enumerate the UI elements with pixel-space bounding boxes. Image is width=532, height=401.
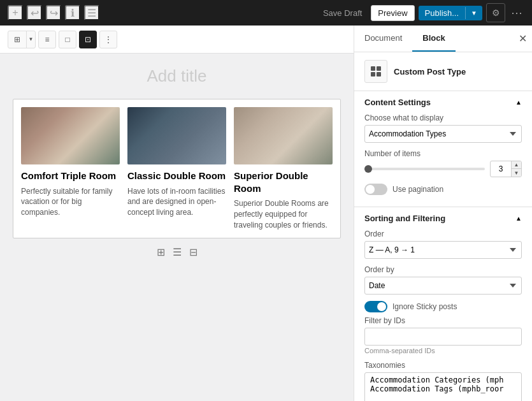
editor-content: Add title Comfort Triple Room Perfectly … <box>0 54 354 401</box>
use-pagination-thumb <box>366 185 375 194</box>
use-pagination-label: Use pagination <box>392 185 443 194</box>
editor-area: ⊞ ▼ ≡ □ ⊡ ⋮ Add title Comfort Triple Roo… <box>0 26 354 401</box>
list-view-icon[interactable]: ☰ <box>173 246 182 258</box>
list-view-button[interactable]: ☰ <box>84 5 99 20</box>
tab-document[interactable]: Document <box>354 26 412 52</box>
use-pagination-toggle[interactable] <box>364 184 387 195</box>
main-area: ⊞ ▼ ≡ □ ⊡ ⋮ Add title Comfort Triple Roo… <box>0 26 532 401</box>
sidebar-tabs: Document Block ✕ <box>354 26 532 52</box>
info-button[interactable]: ℹ <box>65 5 80 20</box>
save-draft-button[interactable]: Save Draft <box>318 6 367 20</box>
ignore-sticky-label: Ignore Sticky posts <box>392 302 457 311</box>
filter-by-ids-label: Filter by IDs <box>364 316 522 325</box>
align-left-button[interactable]: ≡ <box>38 31 56 48</box>
order-label: Order <box>364 230 522 238</box>
publish-button-group: Publish... ▼ <box>419 6 482 20</box>
taxonomies-row: Taxonomies <box>364 361 522 401</box>
taxonomies-textarea[interactable] <box>364 372 522 401</box>
number-decrement-button[interactable]: ▼ <box>511 169 521 177</box>
block-type-header: Custom Post Type <box>354 52 532 91</box>
content-settings-title: Content Settings <box>364 98 431 107</box>
more-block-options[interactable]: ⋮ <box>99 31 117 48</box>
filter-by-ids-row: Filter by IDs Comma-separated IDs <box>364 316 522 354</box>
svg-rect-0 <box>371 66 375 71</box>
grid-2col-icon[interactable]: ⊞ <box>157 246 165 258</box>
card-1-image <box>21 107 120 164</box>
settings-button[interactable]: ⚙ <box>486 3 505 22</box>
more-options-button[interactable]: ⋯ <box>509 5 524 20</box>
sorting-section-header[interactable]: Sorting and Filtering ▲ <box>354 207 532 230</box>
sidebar: Document Block ✕ Custom Post Type Conten… <box>354 26 532 401</box>
card-2-description: Have lots of in-room facilities and are … <box>127 186 226 218</box>
number-of-items-label: Number of items <box>364 149 522 158</box>
sorting-section-body: Order Z — A, 9 → 1 Order by Date Ignore … <box>354 230 532 401</box>
bottom-block-icons: ⊞ ☰ ⊟ <box>157 246 198 258</box>
card-2-image <box>127 107 226 164</box>
filter-by-ids-input[interactable] <box>364 328 522 346</box>
card-1-title: Comfort Triple Room <box>21 170 120 182</box>
publish-dropdown-button[interactable]: ▼ <box>465 7 482 19</box>
top-bar: + ↩ ↪ ℹ ☰ Save Draft Preview Publish... … <box>0 0 532 26</box>
redo-button[interactable]: ↪ <box>46 5 61 20</box>
top-bar-left: + ↩ ↪ ℹ ☰ <box>8 5 99 20</box>
ignore-sticky-thumb <box>377 302 386 311</box>
posts-block[interactable]: Comfort Triple Room Perfectly suitable f… <box>13 99 341 238</box>
card-2-title: Classic Double Room <box>127 170 226 182</box>
use-pagination-row: Use pagination <box>364 184 522 195</box>
top-bar-right: Save Draft Preview Publish... ▼ ⚙ ⋯ <box>318 3 524 22</box>
grid-wide-icon[interactable]: ⊟ <box>189 246 198 258</box>
svg-rect-3 <box>377 72 381 77</box>
order-by-select[interactable]: Date <box>364 277 522 295</box>
card-3-image <box>234 107 333 164</box>
card-2: Classic Double Room Have lots of in-room… <box>127 107 226 230</box>
page-title[interactable]: Add title <box>13 66 341 86</box>
order-by-label: Order by <box>364 265 522 274</box>
card-3-description: Superior Double Rooms are perfectly equi… <box>234 198 333 230</box>
undo-button[interactable]: ↩ <box>27 5 42 20</box>
block-type-icon <box>364 60 387 83</box>
svg-rect-1 <box>377 66 381 71</box>
add-block-button[interactable]: + <box>8 5 23 20</box>
publish-main-button[interactable]: Publish... <box>419 6 465 20</box>
taxonomies-label: Taxonomies <box>364 361 522 370</box>
order-row: Order Z — A, 9 → 1 <box>364 230 522 259</box>
block-type-name: Custom Post Type <box>394 67 466 77</box>
grid-sm-icon[interactable]: ⊞ <box>8 35 26 44</box>
card-3-title: Superior Double Room <box>234 170 333 194</box>
content-settings-header[interactable]: Content Settings ▲ <box>354 91 532 113</box>
grid-sm-dropdown[interactable]: ⊞ ▼ <box>8 31 36 48</box>
number-slider-track[interactable] <box>364 168 485 170</box>
filter-hint: Comma-separated IDs <box>364 347 522 354</box>
order-by-row: Order by Date <box>364 265 522 295</box>
display-type-row: Choose what to display Accommodation Typ… <box>364 113 522 143</box>
svg-rect-2 <box>371 72 375 77</box>
number-stepper-buttons: ▲ ▼ <box>511 161 521 177</box>
content-settings-body: Choose what to display Accommodation Typ… <box>354 113 532 207</box>
number-stepper[interactable]: ▲ ▼ <box>490 161 522 177</box>
card-3: Superior Double Room Superior Double Roo… <box>234 107 333 230</box>
content-settings-chevron: ▲ <box>515 99 522 106</box>
square-button[interactable]: □ <box>59 31 76 48</box>
number-row: ▲ ▼ <box>364 161 522 177</box>
tab-block[interactable]: Block <box>412 26 455 52</box>
preview-button[interactable]: Preview <box>371 5 414 21</box>
number-increment-button[interactable]: ▲ <box>511 161 521 169</box>
card-1: Comfort Triple Room Perfectly suitable f… <box>21 107 120 230</box>
ignore-sticky-row: Ignore Sticky posts <box>364 301 522 312</box>
display-type-select[interactable]: Accommodation Types <box>364 125 522 143</box>
cards-list: Comfort Triple Room Perfectly suitable f… <box>21 107 333 230</box>
card-1-description: Perfectly suitable for family vacation o… <box>21 186 120 218</box>
sidebar-close-button[interactable]: ✕ <box>519 34 527 44</box>
grid-sm-arrow[interactable]: ▼ <box>26 31 35 48</box>
sorting-section: Sorting and Filtering ▲ Order Z — A, 9 →… <box>354 207 532 401</box>
grid-lg-button[interactable]: ⊡ <box>79 31 97 48</box>
sorting-chevron: ▲ <box>515 215 522 222</box>
number-stepper-input[interactable] <box>491 163 511 175</box>
ignore-sticky-toggle[interactable] <box>364 301 387 312</box>
editor-toolbar: ⊞ ▼ ≡ □ ⊡ ⋮ <box>0 26 354 54</box>
content-settings-section: Content Settings ▲ Choose what to displa… <box>354 91 532 207</box>
order-select[interactable]: Z — A, 9 → 1 <box>364 241 522 259</box>
number-of-items-row: Number of items ▲ ▼ <box>364 149 522 177</box>
display-type-label: Choose what to display <box>364 113 522 122</box>
number-slider-thumb[interactable] <box>364 165 372 173</box>
